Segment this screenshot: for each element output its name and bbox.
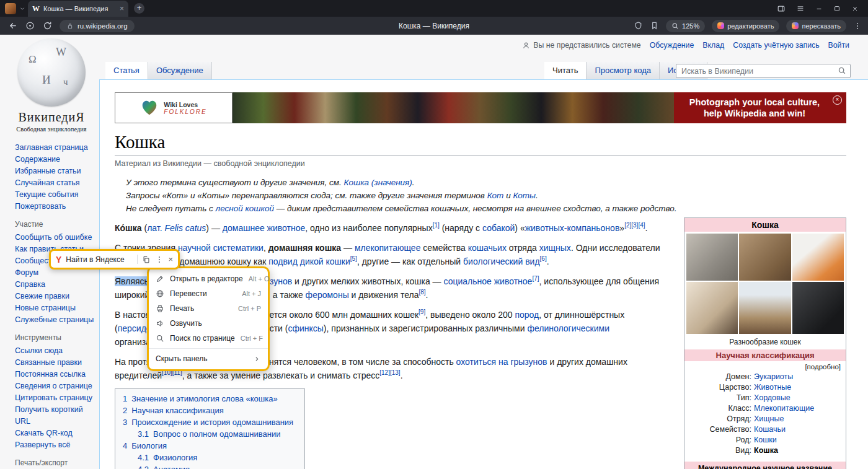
toc-link[interactable]: Вопрос о полном одомашнивании (153, 429, 280, 439)
wiki-link[interactable]: пород (515, 310, 539, 320)
wiki-link[interactable]: Кот (487, 191, 504, 200)
reference-link[interactable]: [4] (638, 222, 645, 229)
taxonomy-value[interactable]: Хищные (754, 414, 846, 424)
profile-avatar[interactable] (5, 3, 16, 14)
toc-link[interactable]: Биология (131, 441, 167, 450)
toc-link[interactable]: Научная классификация (131, 406, 224, 415)
taxonomy-value[interactable]: Кошачьи (754, 424, 846, 435)
reload-icon[interactable] (43, 21, 52, 30)
taxonomy-value[interactable]: Млекопитающие (754, 403, 846, 414)
wikipedia-logo[interactable]: Ω W И ч ВикипедиЯ Свободная энциклопедия (6, 36, 97, 133)
sidebar-link[interactable]: Избранные статьи (15, 167, 81, 175)
wiki-link[interactable]: охотиться на грызунов (456, 357, 547, 367)
personal-link[interactable]: Войти (828, 41, 849, 50)
view-tab[interactable]: Читать (544, 62, 587, 79)
sidebar-link[interactable]: Ссылки сюда (15, 346, 63, 355)
retell-button[interactable]: пересказать (786, 20, 846, 32)
close-window-icon[interactable] (851, 5, 859, 12)
reference-link[interactable]: [1] (433, 222, 440, 229)
sidebar-link[interactable]: Получить короткий URL (15, 405, 83, 426)
back-icon[interactable] (8, 21, 17, 30)
protect-icon[interactable] (634, 21, 643, 30)
menu-item[interactable]: ПеревестиAlt + J (149, 286, 268, 301)
sidebar-link[interactable]: Случайная статья (15, 178, 80, 187)
reference-link[interactable]: [5] (350, 255, 357, 262)
sidebar-link[interactable]: Развернуть всё (15, 441, 70, 449)
cat-photo-siamese[interactable] (686, 282, 738, 334)
cat-photo-red-white[interactable] (792, 234, 844, 281)
assistant-icon[interactable] (25, 21, 35, 30)
wiki-link[interactable]: биологический вид (463, 256, 540, 266)
wiki-link[interactable]: хищных (539, 243, 571, 253)
wiki-link[interactable]: дикой кошки (300, 256, 350, 266)
cat-photo-black[interactable] (792, 282, 844, 334)
minimize-window-icon[interactable] (815, 5, 823, 12)
edit-button[interactable]: редактировать (712, 20, 779, 32)
browser-menu-icon[interactable] (796, 4, 805, 13)
menu-item[interactable]: Открыть в редактореAlt + O (149, 271, 268, 286)
popup-close-icon[interactable]: × (168, 255, 173, 264)
menu-item-hide-panel[interactable]: Скрыть панель (149, 351, 268, 366)
reference-link[interactable]: [9] (418, 309, 425, 315)
zoom-control[interactable]: 125% (666, 20, 705, 32)
wiki-link[interactable]: Felis catus (164, 223, 206, 233)
sidebar-link[interactable]: Свежие правки (15, 292, 69, 300)
sidebar-link[interactable]: Текущие события (15, 190, 78, 199)
personal-link[interactable]: Вклад (702, 41, 724, 50)
menu-item[interactable]: ПечатьCtrl + P (149, 301, 268, 316)
sidebar-link[interactable]: Справка (15, 280, 45, 289)
sidebar-link[interactable]: Цитировать страницу (15, 393, 92, 402)
search-icon[interactable] (838, 66, 846, 75)
wiki-link[interactable]: подвид (268, 256, 298, 266)
wiki-link[interactable]: Коты (513, 191, 536, 200)
taxonomy-value[interactable]: Животные (754, 382, 846, 393)
wiki-loves-folklore-banner[interactable]: Wiki Loves FOLKLORE Photograph your loca… (115, 92, 846, 123)
personal-link[interactable]: Создать учётную запись (733, 41, 819, 50)
toc-link[interactable]: Физиология (153, 453, 197, 462)
sidebar-link[interactable]: Сведения о странице (15, 382, 92, 390)
wiki-link[interactable]: сфинксы (288, 323, 323, 333)
popup-kebab-icon[interactable] (155, 255, 164, 264)
kebab-menu-icon[interactable] (853, 22, 862, 30)
tab-list-chevron-icon[interactable] (19, 6, 25, 12)
reference-link[interactable]: [3] (631, 222, 638, 229)
wiki-link[interactable]: лат. (147, 223, 162, 233)
toc-item[interactable]: 2Научная классификация (123, 405, 293, 416)
taxonomy-value[interactable]: Кошки (754, 435, 846, 445)
sidebar-link[interactable]: Сообщить об ошибке (15, 233, 92, 242)
banner-close-icon[interactable]: × (833, 95, 842, 105)
wiki-link[interactable]: фелинологическими (527, 323, 609, 333)
address-bar[interactable]: ru.wikipedia.org (60, 20, 135, 32)
cat-photo-tabby-standing[interactable] (739, 234, 790, 281)
toc-item[interactable]: 1Значение и этимология слова «кошка» (123, 393, 293, 405)
wiki-link[interactable]: кошачьих (468, 243, 507, 253)
copy-icon[interactable] (142, 255, 151, 264)
wiki-link[interactable]: домашнее животное (223, 223, 305, 233)
sidebar-link[interactable]: Содержание (15, 155, 60, 164)
wiki-link[interactable]: животных-компаньонов (525, 223, 620, 233)
reference-link[interactable]: [8] (418, 289, 425, 296)
reference-link[interactable]: [6] (540, 255, 547, 262)
sidebar-link[interactable]: Заглавная страница (15, 143, 88, 152)
view-tab[interactable]: Просмотр кода (587, 62, 660, 79)
wiki-link[interactable]: млекопитающее (355, 243, 421, 253)
toc-item[interactable]: 4.2Анатомия (138, 463, 293, 469)
sidebar-link[interactable]: Скачать QR-код (15, 429, 73, 437)
reference-link[interactable]: [13] (390, 369, 401, 376)
reference-link[interactable]: [7] (532, 275, 539, 282)
wiki-link[interactable]: Кошка (значения) (344, 178, 412, 187)
tab-close-icon[interactable]: × (120, 4, 124, 13)
sidebar-link[interactable]: Постоянная ссылка (15, 370, 86, 379)
search-input[interactable] (676, 64, 851, 78)
wiki-link[interactable]: социальное животное (444, 276, 533, 286)
taxonomy-value[interactable]: Хордовые (754, 393, 846, 403)
yandex-find-popup[interactable]: Y Найти в Яндексе × (49, 249, 180, 270)
toc-item[interactable]: 4Биология (123, 440, 293, 452)
find-in-yandex-label[interactable]: Найти в Яндексе (66, 255, 133, 264)
sidebar-link[interactable]: Служебные страницы (15, 315, 94, 324)
toc-link[interactable]: Происхождение и история одомашнивания (131, 418, 293, 427)
toc-item[interactable]: 3Происхождение и история одомашнивания (123, 416, 293, 428)
wiki-link[interactable]: феромоны (306, 290, 349, 300)
sidebar-link[interactable]: Форум (15, 268, 38, 277)
cat-photo-tabby-snow[interactable] (739, 282, 790, 334)
